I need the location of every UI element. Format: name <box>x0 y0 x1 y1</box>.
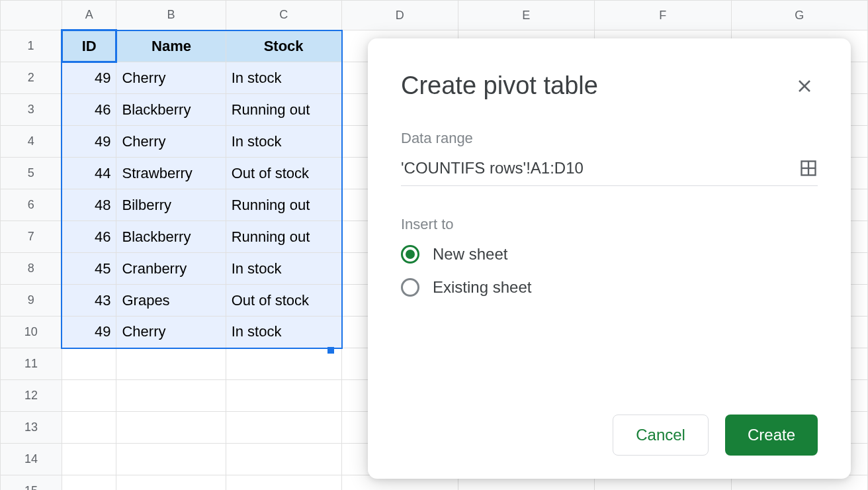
row-header-13[interactable]: 13 <box>1 412 62 444</box>
cell-B3[interactable]: Blackberry <box>116 94 226 126</box>
cell-B5[interactable]: Strawberry <box>116 158 226 189</box>
cell-A8[interactable]: 45 <box>62 253 116 285</box>
row-header-8[interactable]: 8 <box>1 253 62 285</box>
cell-A10[interactable]: 49 <box>62 317 116 348</box>
col-header-F[interactable]: F <box>595 1 731 30</box>
cell-B4[interactable]: Cherry <box>116 126 226 158</box>
data-range-input[interactable]: 'COUNTIFS rows'!A1:D10 <box>401 159 584 177</box>
cell-C14[interactable] <box>226 444 341 475</box>
row-header-12[interactable]: 12 <box>1 380 62 412</box>
cell-C9[interactable]: Out of stock <box>226 285 341 317</box>
row-header-6[interactable]: 6 <box>1 189 62 221</box>
radio-unselected-icon <box>401 278 419 297</box>
cancel-button[interactable]: Cancel <box>613 415 709 456</box>
row-header-15[interactable]: 15 <box>1 475 62 491</box>
cell-C5[interactable]: Out of stock <box>226 158 341 189</box>
cell-C2[interactable]: In stock <box>226 62 341 94</box>
cell-C4[interactable]: In stock <box>226 126 341 158</box>
insert-to-label: Insert to <box>401 216 818 233</box>
cell-C6[interactable]: Running out <box>226 189 341 221</box>
cell-A13[interactable] <box>62 412 116 444</box>
cell-A14[interactable] <box>62 444 116 475</box>
create-pivot-table-dialog: Create pivot table Data range 'COUNTIFS … <box>368 38 851 479</box>
cell-A7[interactable]: 46 <box>62 221 116 253</box>
row-header-3[interactable]: 3 <box>1 94 62 126</box>
col-header-B[interactable]: B <box>116 1 226 30</box>
create-button[interactable]: Create <box>725 415 818 456</box>
col-header-E[interactable]: E <box>458 1 594 30</box>
cell-C13[interactable] <box>226 412 341 444</box>
radio-selected-icon <box>401 245 419 264</box>
cell-B12[interactable] <box>116 380 226 412</box>
cell-A3[interactable]: 46 <box>62 94 116 126</box>
cell-A12[interactable] <box>62 380 116 412</box>
cell-B15[interactable] <box>116 475 226 491</box>
cell-A4[interactable]: 49 <box>62 126 116 158</box>
col-header-G[interactable]: G <box>731 1 868 30</box>
cell-C7[interactable]: Running out <box>226 221 341 253</box>
col-header-A[interactable]: A <box>62 1 116 30</box>
cell-C15[interactable] <box>226 475 341 491</box>
cell-C3[interactable]: Running out <box>226 94 341 126</box>
data-range-label: Data range <box>401 130 818 147</box>
row-header-4[interactable]: 4 <box>1 126 62 158</box>
cell-B1[interactable]: Name <box>116 30 226 62</box>
radio-new-sheet-label: New sheet <box>433 245 507 264</box>
cell-B2[interactable]: Cherry <box>116 62 226 94</box>
row-header-10[interactable]: 10 <box>1 317 62 348</box>
row-header-1[interactable]: 1 <box>1 30 62 62</box>
col-header-C[interactable]: C <box>226 1 341 30</box>
row-header-9[interactable]: 9 <box>1 285 62 317</box>
cell-C10[interactable]: In stock <box>226 317 341 348</box>
row-header-11[interactable]: 11 <box>1 348 62 380</box>
radio-existing-sheet[interactable]: Existing sheet <box>401 278 818 297</box>
cell-A11[interactable] <box>62 348 116 380</box>
cell-C8[interactable]: In stock <box>226 253 341 285</box>
cell-B9[interactable]: Grapes <box>116 285 226 317</box>
cell-B7[interactable]: Blackberry <box>116 221 226 253</box>
cell-B14[interactable] <box>116 444 226 475</box>
row-header-5[interactable]: 5 <box>1 158 62 189</box>
row-header-14[interactable]: 14 <box>1 444 62 475</box>
row-header-2[interactable]: 2 <box>1 62 62 94</box>
col-header-D[interactable]: D <box>342 1 458 30</box>
cell-C1[interactable]: Stock <box>226 30 341 62</box>
cell-B10[interactable]: Cherry <box>116 317 226 348</box>
cell-B13[interactable] <box>116 412 226 444</box>
radio-existing-sheet-label: Existing sheet <box>433 278 531 297</box>
cell-C12[interactable] <box>226 380 341 412</box>
cell-A9[interactable]: 43 <box>62 285 116 317</box>
selection-handle[interactable] <box>327 347 334 354</box>
close-icon[interactable] <box>791 73 818 99</box>
row-header-7[interactable]: 7 <box>1 221 62 253</box>
cell-A2[interactable]: 49 <box>62 62 116 94</box>
cell-B6[interactable]: Bilberry <box>116 189 226 221</box>
cell-C11[interactable] <box>226 348 341 380</box>
cell-A6[interactable]: 48 <box>62 189 116 221</box>
radio-new-sheet[interactable]: New sheet <box>401 245 818 264</box>
select-range-icon[interactable] <box>799 159 818 177</box>
cell-A1[interactable]: ID <box>62 30 116 62</box>
dialog-title: Create pivot table <box>401 72 598 100</box>
cell-A5[interactable]: 44 <box>62 158 116 189</box>
cell-B8[interactable]: Cranberry <box>116 253 226 285</box>
select-all-corner[interactable] <box>1 1 62 30</box>
cell-A15[interactable] <box>62 475 116 491</box>
cell-B11[interactable] <box>116 348 226 380</box>
